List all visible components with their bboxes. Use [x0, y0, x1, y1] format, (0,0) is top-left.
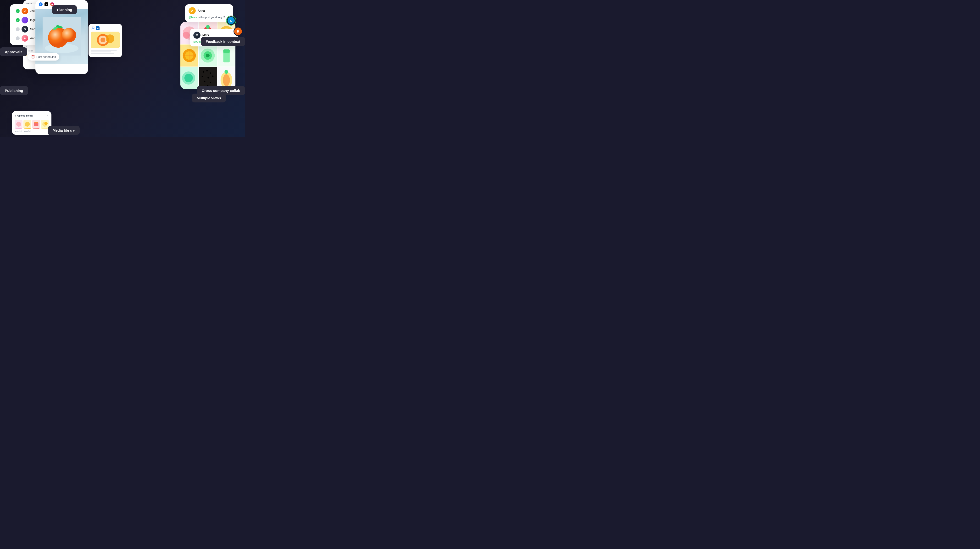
facebook-icon-main: f: [39, 2, 43, 6]
svg-point-52: [16, 122, 21, 127]
linkedin-icon: in: [96, 26, 100, 30]
linkedin-media: [91, 32, 119, 48]
avatar-jack: J: [22, 8, 28, 14]
svg-point-43: [212, 75, 214, 77]
linkedin-post-card: G in: [89, 24, 122, 57]
close-button[interactable]: ×: [47, 114, 49, 117]
media-card-title: ↑ Upload media: [15, 114, 33, 117]
media-library-card: ↑ Upload media ×: [12, 111, 51, 135]
svg-rect-56: [34, 122, 38, 126]
svg-point-5: [62, 28, 76, 42]
svg-point-12: [106, 35, 115, 43]
svg-point-17: [206, 25, 210, 29]
media-label-1: grapefruit: [15, 130, 22, 132]
approvals-badge: Approvals: [0, 48, 27, 56]
media-thumb-2: [24, 120, 31, 129]
media-label-2: grapefruit: [24, 130, 31, 132]
photo-cell-6: [218, 45, 235, 67]
svg-rect-33: [226, 47, 226, 52]
check-anne: [16, 37, 20, 40]
svg-point-38: [203, 71, 204, 73]
linkedin-text-lines: [91, 50, 119, 54]
photo-cell-5: [199, 45, 217, 67]
media-grid: [15, 120, 49, 129]
svg-point-60: [44, 122, 48, 125]
media-library-badge: Media library: [48, 126, 80, 135]
avatar-anne: A: [22, 35, 28, 41]
svg-rect-32: [223, 49, 229, 53]
svg-point-42: [208, 77, 209, 78]
check-jack: ✓: [16, 9, 20, 13]
upload-icon: ↑: [15, 114, 16, 117]
svg-point-15: [183, 32, 190, 38]
avatar-mark: M: [193, 32, 200, 39]
svg-rect-57: [35, 122, 38, 123]
avatar-samuel: S: [22, 26, 28, 33]
svg-point-44: [204, 81, 205, 82]
svg-point-45: [210, 82, 211, 83]
check-ingrid: ✓: [16, 18, 20, 22]
svg-point-50: [224, 70, 228, 74]
avatar-anna: A: [189, 7, 196, 14]
media-thumb-3: [32, 120, 40, 129]
collab-avatar-2: R: [234, 27, 243, 36]
chat-text-anna: @Mark is this post good to go?: [189, 16, 230, 19]
planning-badge: Planning: [52, 5, 77, 14]
photo-cell-9: [218, 67, 235, 89]
cross-company-collab-badge: Cross-company collab: [197, 86, 245, 95]
svg-point-11: [100, 38, 105, 42]
feedback-in-context-badge: Feedback in context: [201, 37, 245, 46]
avatar-ingrid: I: [22, 17, 28, 24]
photo-cell-4: [180, 45, 198, 67]
collab-avatar-ring: [226, 16, 236, 25]
clock-icon: ⏰: [31, 55, 35, 59]
svg-point-41: [202, 76, 203, 77]
media-thumb-4: [41, 120, 49, 129]
svg-point-29: [206, 54, 210, 57]
photo-cell-8: [199, 67, 217, 89]
chat-bubble-anna: A Anna @Mark is this post good to go?: [185, 4, 233, 22]
publishing-badge: Publishing: [0, 86, 28, 95]
svg-point-49: [223, 74, 230, 86]
svg-point-36: [185, 74, 193, 82]
photo-cell-7: [180, 67, 198, 89]
svg-point-40: [210, 73, 211, 74]
svg-point-39: [207, 70, 208, 72]
media-thumb-1: [15, 120, 22, 129]
check-samuel: [16, 27, 20, 31]
svg-point-54: [25, 122, 30, 127]
post-scheduled-badge: ⏰ Post scheduled: [28, 53, 59, 60]
google-icon: G: [91, 26, 95, 30]
x-icon-main: ✕: [45, 2, 48, 6]
